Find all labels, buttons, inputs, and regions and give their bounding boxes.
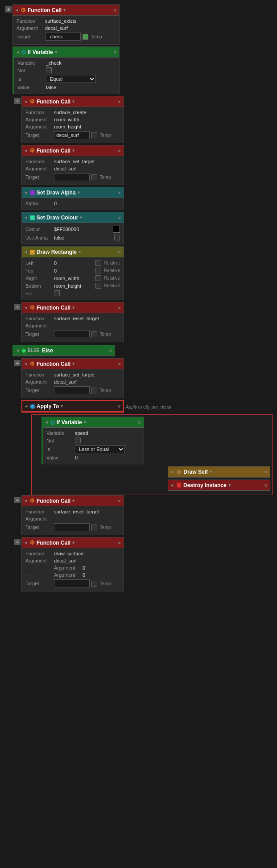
- plus-badge-10[interactable]: +: [14, 360, 21, 366]
- apply-to-node: ◂ ◉ Apply To ▾ ×: [21, 400, 124, 413]
- target-field-5: Target Temp: [25, 385, 120, 395]
- argument-value-1: decal_surf: [45, 25, 116, 31]
- dropdown-btn-6[interactable]: ▾: [80, 215, 82, 220]
- expand-icon-10[interactable]: ◂: [25, 361, 27, 366]
- close-btn-4[interactable]: ×: [118, 148, 121, 153]
- left-relative-cb[interactable]: [95, 260, 101, 266]
- close-btn-apply[interactable]: ×: [118, 404, 120, 409]
- function-call-header-2: ◂ ⚙ Function Call ▾ ×: [22, 96, 124, 107]
- target-input-7[interactable]: [54, 579, 90, 587]
- dropdown-btn-12[interactable]: ▾: [84, 420, 86, 425]
- colour-swatch[interactable]: [113, 226, 120, 233]
- dropdown-btn-10[interactable]: ▾: [72, 361, 74, 366]
- else-header: ◂ ◈ ELSE Else ×: [14, 345, 115, 356]
- dropdown-btn-apply[interactable]: ▾: [61, 404, 63, 409]
- function-label-4: Function: [25, 316, 52, 321]
- function-call-body-4: Function surface_reset_target Argument T…: [22, 313, 124, 342]
- left-connector-7: [13, 246, 21, 248]
- node-row-1: + ◂ ⚙ Function Call ▾ × Function surface…: [4, 4, 273, 45]
- is-dropdown-1[interactable]: Equal Not Equal Less or Equal Greater or…: [46, 75, 96, 83]
- dropdown-btn-ds[interactable]: ▾: [210, 469, 212, 474]
- bottom-relative-cb[interactable]: [95, 283, 101, 289]
- expand-icon-2[interactable]: ◂: [17, 50, 19, 54]
- target-label-6: Target: [25, 525, 52, 530]
- plus-badge-16[interactable]: +: [14, 539, 21, 545]
- close-btn-6[interactable]: ×: [118, 215, 121, 220]
- target-input-4[interactable]: [54, 330, 90, 338]
- expand-icon-apply[interactable]: ◂: [25, 404, 27, 409]
- expand-icon-di[interactable]: ◂: [171, 483, 173, 488]
- temp-checkbox-1[interactable]: [83, 34, 88, 40]
- expand-icon-1[interactable]: ◂: [16, 8, 18, 12]
- target-input-1[interactable]: [45, 33, 81, 41]
- close-btn-2[interactable]: ×: [114, 50, 116, 55]
- use-alpha-label: Use Alpha: [25, 235, 52, 240]
- plus-badge-3[interactable]: +: [14, 98, 21, 104]
- close-btn-12[interactable]: ×: [138, 420, 141, 425]
- use-alpha-checkbox[interactable]: [114, 235, 120, 240]
- not-checkbox-2[interactable]: [75, 438, 81, 443]
- dropdown-btn-4[interactable]: ▾: [72, 148, 74, 153]
- expand-icon-3[interactable]: ◂: [25, 99, 27, 104]
- temp-checkbox-6[interactable]: [91, 525, 97, 530]
- temp-checkbox-3[interactable]: [91, 174, 97, 180]
- close-btn-10[interactable]: ×: [118, 361, 121, 367]
- expand-icon-ds[interactable]: ◂: [171, 469, 173, 474]
- close-btn-15[interactable]: ×: [118, 498, 121, 504]
- plus-badge-15[interactable]: +: [14, 497, 21, 503]
- close-btn-16[interactable]: ×: [118, 540, 121, 546]
- left-connector-2: [4, 46, 12, 48]
- expand-icon-6[interactable]: ◂: [25, 215, 27, 220]
- expand-icon-4[interactable]: ◂: [25, 148, 27, 153]
- close-btn-8[interactable]: ×: [118, 305, 121, 310]
- close-btn-3[interactable]: ×: [118, 99, 121, 104]
- dropdown-btn-8[interactable]: ▾: [72, 305, 74, 310]
- expand-icon-7[interactable]: ◂: [25, 249, 27, 254]
- set-draw-alpha-body: Alpha 0: [22, 198, 124, 210]
- temp-checkbox-4[interactable]: [91, 331, 97, 337]
- target-input-5[interactable]: [54, 386, 90, 394]
- expand-icon-15[interactable]: ◂: [25, 498, 27, 503]
- dropdown-btn-1[interactable]: ▾: [63, 8, 66, 12]
- not-checkbox-1[interactable]: [46, 67, 52, 73]
- temp-label-1: Temp: [91, 34, 102, 39]
- plus-badge-1[interactable]: +: [5, 6, 12, 12]
- plus-badge-8[interactable]: +: [14, 304, 21, 310]
- expand-icon-8[interactable]: ◂: [25, 305, 27, 310]
- close-btn-di[interactable]: ×: [265, 483, 267, 488]
- func-icon-6: ⚙: [29, 497, 35, 504]
- is-field-1: Is Equal Not Equal Less or Equal Greater…: [17, 74, 116, 84]
- expand-icon-else[interactable]: ◂: [17, 348, 19, 353]
- target-input-3[interactable]: [54, 173, 90, 181]
- right-relative-cb[interactable]: [95, 275, 101, 281]
- target-input-2[interactable]: [54, 131, 90, 139]
- expand-icon-12[interactable]: ◂: [45, 420, 48, 425]
- dropdown-btn-15[interactable]: ▾: [72, 498, 74, 503]
- temp-checkbox-7[interactable]: [91, 581, 97, 587]
- dropdown-btn-3[interactable]: ▾: [72, 99, 74, 104]
- expand-icon-16[interactable]: ◂: [25, 540, 27, 545]
- temp-checkbox-5[interactable]: [91, 388, 97, 393]
- top-relative-cb[interactable]: [95, 268, 101, 273]
- is-dropdown-2[interactable]: Less or Equal Equal Not Equal Greater or…: [75, 445, 125, 453]
- close-btn-5[interactable]: ×: [118, 190, 121, 195]
- target-input-6[interactable]: [54, 523, 90, 531]
- close-btn-1[interactable]: ×: [114, 8, 116, 13]
- close-btn-ds[interactable]: ×: [265, 469, 267, 475]
- apply-to-title: Apply To: [37, 403, 59, 409]
- top-label: Top: [25, 268, 52, 273]
- expand-icon-5[interactable]: ◂: [25, 190, 27, 195]
- dropdown-btn-di[interactable]: ▾: [228, 483, 231, 488]
- if-true-branch: + ◂ ⚙ Function Call ▾ × Function surface…: [13, 96, 273, 343]
- dropdown-btn-16[interactable]: ▾: [72, 540, 74, 545]
- fill-checkbox[interactable]: [54, 290, 60, 296]
- close-btn-else[interactable]: ×: [109, 348, 112, 353]
- temp-checkbox-2[interactable]: [91, 132, 97, 138]
- node-row-16: + ◂ ⚙ Function Call ▾ × Function draw_su…: [13, 537, 273, 592]
- dropdown-btn-2[interactable]: ▾: [55, 50, 57, 54]
- function-value-4: surface_reset_target: [54, 316, 120, 321]
- close-btn-7[interactable]: ×: [118, 249, 121, 255]
- dropdown-btn-7[interactable]: ▾: [79, 249, 81, 254]
- dropdown-btn-5[interactable]: ▾: [78, 190, 80, 195]
- function-field-1: Function surface_exists: [17, 17, 116, 25]
